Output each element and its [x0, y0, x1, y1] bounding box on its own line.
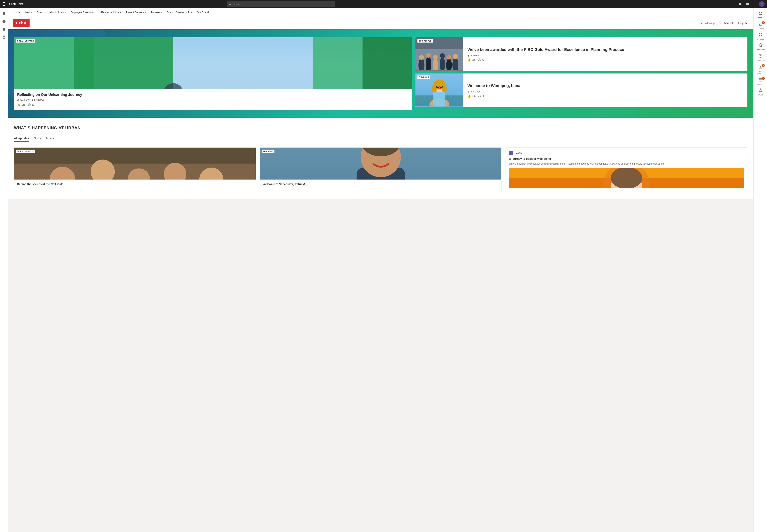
sidebar-item-new-projects[interactable]: 3 New projects: [754, 63, 766, 76]
svg-point-12: [760, 5, 763, 6]
hero-left-stats: 👍 165 💬 32: [17, 103, 409, 106]
sidebar-item-careers[interactable]: 1 Careers: [754, 76, 766, 87]
teams-card-image: [509, 168, 744, 188]
grants-icon: [758, 88, 763, 93]
notifications-icon[interactable]: [737, 1, 743, 7]
nav-home[interactable]: Home: [11, 8, 23, 17]
svg-rect-35: [759, 35, 760, 36]
news-card-title-1: Behind the scenes at the CEA Gala: [17, 182, 253, 186]
tab-teams[interactable]: Teams: [46, 135, 54, 142]
nav-partners[interactable]: Partners ▾: [148, 8, 165, 17]
hero-right-tag-1: OUR PEOPLE: [417, 39, 433, 43]
nav-employee-chevron: ▾: [95, 11, 96, 13]
svg-rect-36: [761, 35, 762, 36]
svg-point-88: [447, 55, 451, 60]
share-icon: [719, 22, 721, 24]
quick-links-icon: [758, 43, 763, 48]
teams-app-icon: T: [509, 151, 513, 155]
right-card2-likes: 👍 365: [467, 94, 476, 98]
svg-point-86: [440, 53, 445, 58]
svg-point-74: [18, 100, 19, 101]
nav-about-urban[interactable]: About Urban ▾: [47, 8, 68, 17]
library-nav-icon[interactable]: [0, 26, 8, 33]
sidebar-item-time-zones[interactable]: Time zones: [754, 53, 766, 63]
nav-our-brand[interactable]: Our Brand: [194, 8, 211, 17]
thumbs-up-icon-1: 👍: [467, 58, 471, 62]
news-card-image-2: WELCOME: [260, 148, 502, 180]
people-icon: [758, 11, 763, 16]
language-selector[interactable]: English ▾: [738, 22, 749, 25]
news-card-tag-2: WELCOME: [262, 150, 275, 153]
hero-left-card[interactable]: URBAN UPDATES: [14, 37, 412, 110]
tab-news[interactable]: News: [34, 135, 41, 142]
right-card1-comments: 💬 43: [478, 59, 484, 61]
nav-branch-stewardship[interactable]: Branch Stewardship ▾: [165, 8, 194, 17]
search-input[interactable]: [233, 3, 333, 6]
right-sidebar: People 2 Bulletins My apps Quick links T…: [753, 8, 767, 199]
comment-icon: 💬: [28, 103, 31, 106]
share-site-button[interactable]: Share site: [719, 22, 734, 25]
hero-right-meta-1: SURREY: [467, 55, 743, 57]
sidebar-item-bulletins[interactable]: 2 Bulletins: [754, 20, 766, 31]
help-icon[interactable]: ?: [752, 1, 757, 7]
right-card2-comments: 💬 35: [478, 95, 484, 97]
hero-left-tag: URBAN UPDATES: [16, 39, 35, 43]
sidebar-item-grants[interactable]: Grants: [754, 87, 766, 97]
teams-card-1[interactable]: T TEAMS A journey to positive well-being…: [506, 147, 747, 191]
hero-left-meta: CALGARY KELOWNA: [17, 99, 409, 101]
globe-nav-icon[interactable]: [0, 18, 8, 25]
waffle-button[interactable]: [2, 2, 7, 6]
nav-events[interactable]: Events: [34, 8, 47, 17]
page-nav-icon[interactable]: [0, 34, 8, 41]
svg-point-45: [760, 90, 761, 91]
tab-all-updates[interactable]: All updates: [14, 135, 29, 142]
news-card-2[interactable]: WELCOME: [260, 147, 502, 191]
logo-bar: urby ★ Following Share site English ▾: [8, 17, 753, 29]
teams-card-svg: [509, 168, 744, 188]
news-card-tag-1: URBAN UPDATES: [16, 150, 35, 153]
following-button[interactable]: ★ Following: [700, 21, 715, 25]
svg-rect-4: [4, 4, 5, 4]
sidebar-item-people[interactable]: People: [754, 10, 766, 20]
nav-resource-library[interactable]: Resource Library: [99, 8, 123, 17]
svg-rect-34: [761, 33, 762, 34]
news-card-1[interactable]: URBAN UPDATES: [14, 147, 256, 191]
hero-right-image-1: OUR PEOPLE: [415, 37, 463, 71]
svg-line-53: [719, 22, 720, 23]
svg-point-51: [720, 24, 721, 24]
language-label: English: [738, 22, 747, 25]
svg-rect-1: [4, 2, 5, 3]
logo-actions: ★ Following Share site English ▾: [700, 21, 749, 25]
hero-right-card-1[interactable]: OUR PEOPLE: [415, 37, 747, 71]
svg-point-100: [442, 84, 447, 92]
search-bar[interactable]: [227, 1, 335, 7]
hero-left-body: Reflecting on Our Unlearning Journey CAL…: [14, 89, 412, 110]
topbar-right: ?: [737, 1, 765, 7]
user-avatar[interactable]: [759, 1, 765, 7]
teams-label: TEAMS: [515, 152, 522, 154]
home-nav-icon[interactable]: [0, 10, 8, 17]
hero-right-body-1: We've been awarded with the PIBC Gold Aw…: [463, 37, 747, 71]
main-content: Home News Events About Urban ▾ Employee …: [8, 8, 753, 199]
hero-right-card-2[interactable]: WELCOME: [415, 73, 747, 107]
nav-news[interactable]: News: [23, 8, 34, 17]
sidebar-item-my-apps[interactable]: My apps: [754, 31, 766, 42]
cea-gala-svg: [14, 148, 256, 180]
svg-rect-6: [3, 5, 4, 6]
hero-right-body-2: Welcome to Winnipeg, Lana! WINNIPEG 👍 36…: [463, 73, 747, 107]
hero-left-location1: CALGARY: [17, 99, 30, 101]
svg-line-54: [719, 23, 720, 24]
grants-label: Grants: [758, 94, 763, 96]
bulletins-label: Bulletins: [757, 27, 764, 30]
hero-left-comments: 💬 32: [28, 103, 34, 106]
nav-employee-essentials[interactable]: Employee Essentials ▾: [68, 8, 99, 17]
svg-rect-59: [74, 37, 173, 89]
nav-project-delivery[interactable]: Project Delivery ▾: [123, 8, 148, 17]
svg-point-11: [761, 3, 763, 4]
svg-rect-2: [6, 2, 6, 3]
svg-rect-8: [6, 5, 6, 6]
site-logo[interactable]: urby: [13, 19, 30, 27]
new-projects-badge: 3: [762, 64, 765, 67]
sidebar-item-quick-links[interactable]: Quick links: [754, 42, 766, 52]
settings-icon[interactable]: [745, 1, 750, 7]
